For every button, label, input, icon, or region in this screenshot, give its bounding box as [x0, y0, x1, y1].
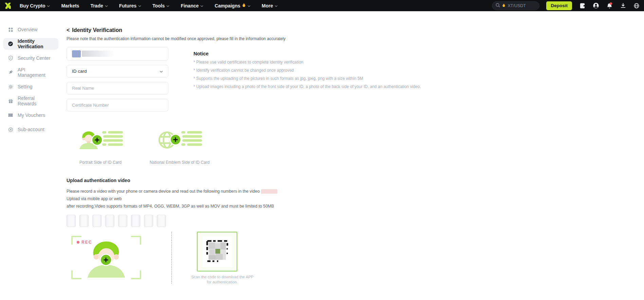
- sidebar-item-label: Referral Rewards: [18, 95, 54, 106]
- capture-area: REC: [67, 232, 644, 287]
- country-name-redacted: [82, 51, 114, 57]
- nav-label: Trade: [90, 3, 103, 8]
- sidebar-item-sub-account[interactable]: Sub-account: [3, 124, 58, 135]
- id-card-lines: [181, 131, 202, 146]
- top-nav: Buy Crypto Markets Trade Futures Tools: [0, 0, 644, 11]
- flame-icon: [502, 3, 505, 9]
- code-slot[interactable]: [92, 215, 102, 227]
- chevron-down-icon: [247, 5, 251, 7]
- video-description: Please record a video with your phone or…: [67, 188, 291, 210]
- nav-item-campaigns[interactable]: Campaigns: [215, 3, 250, 8]
- qr-caption-line2: for authentication.: [207, 280, 238, 284]
- frame-corner: [71, 270, 81, 279]
- plug-icon: [7, 69, 14, 75]
- upload-emblem-side[interactable]: National Emblem Side of ID Card: [141, 129, 219, 165]
- nav-item-buy-crypto[interactable]: Buy Crypto: [20, 3, 50, 8]
- language-globe-icon[interactable]: [633, 2, 640, 9]
- nav-item-futures[interactable]: Futures: [119, 3, 141, 8]
- code-slot[interactable]: [118, 215, 127, 227]
- video-desc-part1: Please record a video with your phone or…: [67, 189, 260, 194]
- vertical-divider: [171, 232, 172, 284]
- overview-grid-icon: [7, 27, 14, 33]
- search-input[interactable]: [508, 3, 535, 8]
- notice-panel: Notice * Please use valid certificates t…: [194, 47, 421, 116]
- code-slot[interactable]: [79, 215, 89, 227]
- sidebar-item-referral-rewards[interactable]: Referral Rewards: [3, 95, 58, 107]
- nav-label: Campaigns: [215, 3, 240, 8]
- sidebar-item-identity-verification[interactable]: Identity Verification: [3, 38, 58, 50]
- nav-item-trade[interactable]: Trade: [90, 3, 108, 8]
- sidebar-item-label: Overview: [18, 27, 37, 32]
- add-upload-icon: [171, 135, 180, 144]
- video-desc-line2: after recording,Video supports formats o…: [67, 204, 274, 209]
- sidebar-item-setting[interactable]: Setting: [3, 81, 58, 92]
- chevron-down-icon: [275, 5, 278, 7]
- deposit-button[interactable]: Deposit: [546, 1, 572, 10]
- nav-item-finance[interactable]: Finance: [181, 3, 203, 8]
- sub-account-icon: [7, 126, 14, 133]
- chevron-down-icon: [47, 5, 50, 7]
- orders-icon[interactable]: [579, 2, 586, 9]
- ticket-icon: [7, 112, 14, 118]
- page-subtitle: Please note that the authentication info…: [67, 36, 644, 41]
- notice-item: * Upload images including a photo of the…: [194, 84, 421, 89]
- back-icon[interactable]: <: [67, 27, 70, 33]
- sidebar-item-label: Security Center: [18, 55, 50, 61]
- page-header: < Identity Verification: [67, 27, 644, 33]
- nav-menu: Buy Crypto Markets Trade Futures Tools: [20, 3, 278, 8]
- certificate-number-input[interactable]: [67, 99, 168, 111]
- id-type-select[interactable]: ID card: [67, 65, 168, 77]
- chevron-down-icon: [200, 5, 203, 7]
- nav-item-markets[interactable]: Markets: [61, 3, 79, 8]
- id-card-lines: [102, 131, 123, 146]
- country-flag-redacted: [72, 50, 81, 57]
- code-slot[interactable]: [105, 215, 114, 227]
- nav-item-more[interactable]: More: [262, 3, 278, 8]
- sidebar-item-label: Sub-account: [18, 127, 44, 132]
- verification-code-slots: [67, 215, 644, 227]
- sidebar-item-security-center[interactable]: Security Center: [3, 52, 58, 64]
- notice-item: * Supports the uploading of the pictures…: [194, 76, 421, 81]
- video-section-title: Upload authentication video: [67, 178, 644, 183]
- sidebar-item-label: API Management: [18, 67, 54, 78]
- upload-label: National Emblem Side of ID Card: [141, 160, 219, 165]
- download-app-icon[interactable]: [620, 2, 626, 9]
- sidebar-item-label: Identity Verification: [18, 38, 54, 49]
- frame-corner: [131, 236, 141, 245]
- xt-logo-icon[interactable]: [4, 2, 12, 10]
- upload-portrait-side[interactable]: Portrait Side of ID Card: [67, 129, 134, 165]
- country-select[interactable]: [67, 47, 168, 60]
- nav-label: Buy Crypto: [20, 3, 45, 8]
- nav-label: Futures: [119, 3, 136, 8]
- id-type-value: ID card: [72, 69, 87, 74]
- page-title: Identity Verification: [72, 27, 122, 33]
- flame-icon: [242, 3, 246, 8]
- real-name-input[interactable]: [67, 82, 168, 94]
- main-content: < Identity Verification Please note that…: [67, 11, 644, 300]
- sidebar-item-label: My Vouchers: [18, 112, 45, 118]
- code-slot[interactable]: [144, 215, 153, 227]
- gift-icon: [7, 98, 14, 104]
- identity-verification-page: Buy Crypto Markets Trade Futures Tools: [0, 0, 644, 300]
- user-icon[interactable]: [592, 2, 599, 9]
- notification-badge: [610, 2, 612, 5]
- chevron-down-icon: [105, 5, 108, 7]
- code-slot[interactable]: [131, 215, 140, 227]
- chevron-down-icon: [138, 5, 141, 7]
- nav-item-tools[interactable]: Tools: [152, 3, 169, 8]
- notice-item: * Identify verification cannot be change…: [194, 68, 421, 73]
- code-slot[interactable]: [67, 215, 76, 227]
- rec-dot-icon: [77, 241, 79, 244]
- sidebar-item-overview[interactable]: Overview: [3, 24, 58, 35]
- sidebar-item-api-management[interactable]: API Management: [3, 67, 58, 78]
- notifications-bell-icon[interactable]: [606, 2, 613, 9]
- nav-label: Finance: [181, 3, 199, 8]
- code-slot[interactable]: [157, 215, 166, 227]
- pair-search[interactable]: [492, 1, 539, 10]
- identity-form: ID card: [67, 47, 168, 116]
- chevron-down-icon: [166, 5, 169, 7]
- nav-label: More: [262, 3, 273, 8]
- shield-icon: [7, 55, 14, 61]
- upload-label: Portrait Side of ID Card: [67, 160, 134, 165]
- sidebar-item-my-vouchers[interactable]: My Vouchers: [3, 109, 58, 121]
